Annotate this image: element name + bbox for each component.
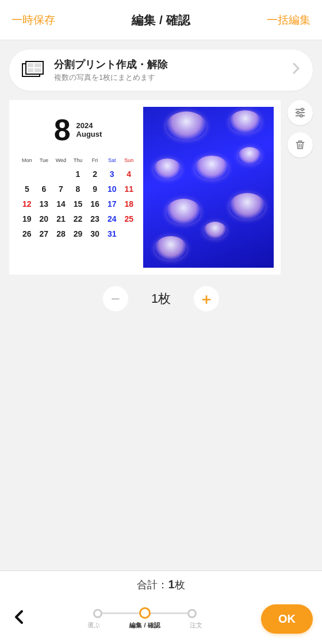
delete-button[interactable] xyxy=(288,132,313,157)
calendar-day: 25 xyxy=(120,213,137,225)
calendar-grid: MonTueWedThuFriSatSun0001234567891011121… xyxy=(18,157,137,240)
calendar-dow: Thu xyxy=(70,157,87,165)
calendar-month-name: August xyxy=(76,130,102,138)
calendar-year: 2024 xyxy=(76,121,102,130)
photo-panel xyxy=(143,107,274,268)
calendar-dow: Wed xyxy=(52,157,70,165)
calendar-day: 12 xyxy=(18,198,36,210)
batch-edit-button[interactable]: 一括編集 xyxy=(267,13,310,28)
total-value: 1 xyxy=(168,578,174,591)
total-unit: 枚 xyxy=(175,579,185,591)
quantity-stepper: − 1枚 ＋ xyxy=(9,286,313,311)
calendar-day: 7 xyxy=(52,183,70,195)
calendar-day: 20 xyxy=(36,213,53,225)
split-print-banner[interactable]: 分割プリント作成・解除 複数の写真を1枚にまとめます xyxy=(9,49,313,91)
decrement-button[interactable]: − xyxy=(103,286,128,311)
calendar-dow: Sat xyxy=(103,157,121,165)
svg-rect-5 xyxy=(34,68,41,72)
chevron-left-icon xyxy=(14,610,24,624)
total-bar: 合計：1枚 xyxy=(0,570,322,599)
calendar-day: 19 xyxy=(18,213,36,225)
trash-icon xyxy=(294,138,306,151)
calendar-day: 29 xyxy=(70,227,87,240)
calendar-day: 22 xyxy=(70,213,87,225)
step-dot xyxy=(187,609,197,618)
svg-rect-4 xyxy=(28,68,33,72)
svg-point-7 xyxy=(301,108,304,110)
banner-subtitle: 複数の写真を1枚にまとめます xyxy=(54,72,283,83)
step-dot xyxy=(139,607,151,619)
print-item-row: 8 2024 August MonTueWedThuFriSatSun00012… xyxy=(9,100,313,275)
calendar-day: 16 xyxy=(86,198,103,210)
main-area: 分割プリント作成・解除 複数の写真を1枚にまとめます 8 2024 August… xyxy=(0,40,322,570)
svg-point-11 xyxy=(300,114,302,117)
calendar-day: 17 xyxy=(103,198,121,210)
svg-rect-3 xyxy=(34,63,41,67)
svg-rect-2 xyxy=(28,63,33,67)
calendar-day: 28 xyxy=(52,227,70,240)
calendar-dow: Mon xyxy=(18,157,36,165)
calendar-panel: 8 2024 August MonTueWedThuFriSatSun00012… xyxy=(16,107,140,268)
calendar-day: 15 xyxy=(70,198,87,210)
footer: 選ぶ編集 / 確認注文 OK xyxy=(0,599,322,644)
calendar-day: 14 xyxy=(52,198,70,210)
sliders-icon xyxy=(294,106,306,119)
chevron-right-icon xyxy=(292,63,300,78)
calendar-day: 18 xyxy=(120,198,137,210)
calendar-day: 9 xyxy=(86,183,103,195)
calendar-day: 4 xyxy=(120,168,137,180)
calendar-day: 31 xyxy=(103,227,121,240)
calendar-day: 23 xyxy=(86,213,103,225)
step-label: 編集 / 確認 xyxy=(129,621,160,630)
step-dot xyxy=(93,609,102,618)
total-label: 合計： xyxy=(137,579,168,591)
calendar-day: 13 xyxy=(36,198,53,210)
calendar-day: 11 xyxy=(120,183,137,195)
calendar-day: 1 xyxy=(70,168,87,180)
calendar-month-number: 8 xyxy=(54,113,71,147)
back-button[interactable] xyxy=(9,610,29,628)
split-print-icon xyxy=(22,61,45,79)
adjust-button[interactable] xyxy=(288,100,313,125)
step-label: 注文 xyxy=(190,621,202,630)
calendar-day: 27 xyxy=(36,227,53,240)
calendar-day: 5 xyxy=(18,183,36,195)
calendar-day: 3 xyxy=(103,168,121,180)
calendar-day: 8 xyxy=(70,183,87,195)
calendar-day: 21 xyxy=(52,213,70,225)
print-card[interactable]: 8 2024 August MonTueWedThuFriSatSun00012… xyxy=(9,100,281,275)
calendar-day: 6 xyxy=(36,183,53,195)
card-actions xyxy=(288,100,313,157)
calendar-day: 30 xyxy=(86,227,103,240)
increment-button[interactable]: ＋ xyxy=(194,286,219,311)
calendar-dow: Fri xyxy=(86,157,103,165)
calendar-dow: Sun xyxy=(120,157,137,165)
svg-point-9 xyxy=(297,111,299,114)
calendar-day: 2 xyxy=(86,168,103,180)
calendar-day: 24 xyxy=(103,213,121,225)
header: 一時保存 編集 / 確認 一括編集 xyxy=(0,0,322,40)
ok-button[interactable]: OK xyxy=(261,604,313,634)
banner-title: 分割プリント作成・解除 xyxy=(54,57,283,71)
save-draft-button[interactable]: 一時保存 xyxy=(12,13,55,28)
quantity-value: 1枚 xyxy=(151,290,171,307)
calendar-day: 26 xyxy=(18,227,36,240)
page-title: 編集 / 確認 xyxy=(132,12,190,28)
calendar-dow: Tue xyxy=(36,157,53,165)
step-label: 選ぶ xyxy=(87,621,100,630)
banner-text: 分割プリント作成・解除 複数の写真を1枚にまとめます xyxy=(54,57,283,83)
progress-steps: 選ぶ編集 / 確認注文 xyxy=(36,608,254,630)
calendar-day: 10 xyxy=(103,183,121,195)
